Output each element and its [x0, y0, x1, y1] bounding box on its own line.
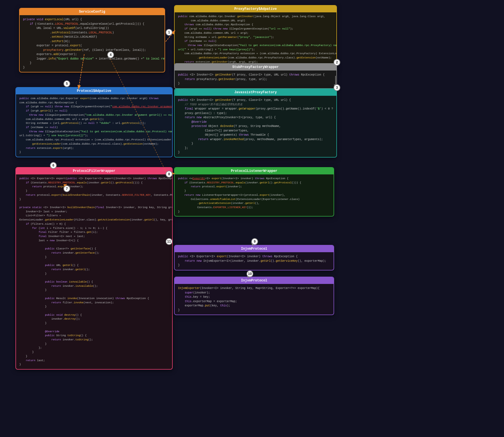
box-injvm-top: InjvmProtocol public <I> Exporter<I> exp… [174, 245, 334, 270]
box-protocol-body: public com.alibaba.dubbo.rpc.Exporter ex… [16, 94, 172, 157]
box-protocol-title: Protocol$Adpative [16, 88, 172, 94]
box-filter-body: public <I> Exporter<I> export(public <I>… [16, 174, 172, 369]
circle-7: 7 [63, 185, 70, 192]
circle-11: 11 [166, 238, 172, 245]
box-serviceconfig-body: private void exportLocal(URL url) { if (… [20, 15, 165, 72]
circle-5: 5 [63, 80, 70, 87]
box-filter: ProtocolFilterWrapper public <I> Exporte… [15, 167, 173, 370]
box-stub: StubProxyFactoryWrapper public <I> Invok… [174, 63, 337, 89]
circle-4: 4 [107, 51, 114, 58]
box-filter-title: ProtocolFilterWrapper [16, 168, 172, 174]
circle-10: 10 [247, 270, 253, 277]
main-canvas: 1 2 3 4 5 6 7 8 9 10 11 ServiceConfig pr… [0, 0, 504, 437]
box-proxyfactory: ProxyFactory$Adpative public com.alibaba… [174, 5, 337, 71]
circle-9: 9 [251, 238, 258, 245]
box-listener: ProtocolListenerWrapper public <=ExportE… [174, 167, 334, 217]
box-proxyfactory-body: public com.alibaba.dubbo.rpc.Invoker get… [175, 12, 336, 70]
box-injvm-top-title: InjvmProtocol [175, 245, 334, 252]
box-stub-body: public <I> Invoker<I> getInvoker(T proxy… [175, 70, 336, 88]
box-javassist-body: public <I> Invoker<I> getInvoker(T proxy… [175, 96, 336, 157]
box-listener-body: public <=ExportEr<I> export(Invoker<I> i… [175, 174, 334, 216]
circle-6: 6 [50, 162, 57, 169]
circle-3: 3 [334, 84, 340, 91]
circle-1: 1 [166, 29, 172, 36]
circle-8: 8 [166, 171, 172, 177]
box-protocol: Protocol$Adpative public com.alibaba.dub… [15, 87, 173, 157]
box-javassist: JavassistProxyFactory public <I> Invoker… [174, 88, 337, 158]
box-javassist-title: JavassistProxyFactory [175, 89, 336, 96]
box-stub-title: StubProxyFactoryWrapper [175, 64, 336, 70]
box-injvm-top-body: public <I> Exporter<I> export(Invoker<I>… [175, 252, 334, 270]
box-serviceconfig-title: ServiceConfig [20, 8, 165, 15]
box-serviceconfig: ServiceConfig private void exportLocal(U… [19, 8, 165, 72]
box-proxyfactory-title: ProxyFactory$Adpative [175, 6, 336, 12]
box-injvm-bottom: InjvmProtocol InjvmExporter(Invoker<I> i… [174, 277, 334, 315]
box-injvm-bottom-body: InjvmExporter(Invoker<I> invoker, String… [175, 284, 334, 315]
circle-2: 2 [334, 59, 340, 66]
box-injvm-bottom-title: InjvmProtocol [175, 277, 334, 284]
box-listener-title: ProtocolListenerWrapper [175, 168, 334, 174]
